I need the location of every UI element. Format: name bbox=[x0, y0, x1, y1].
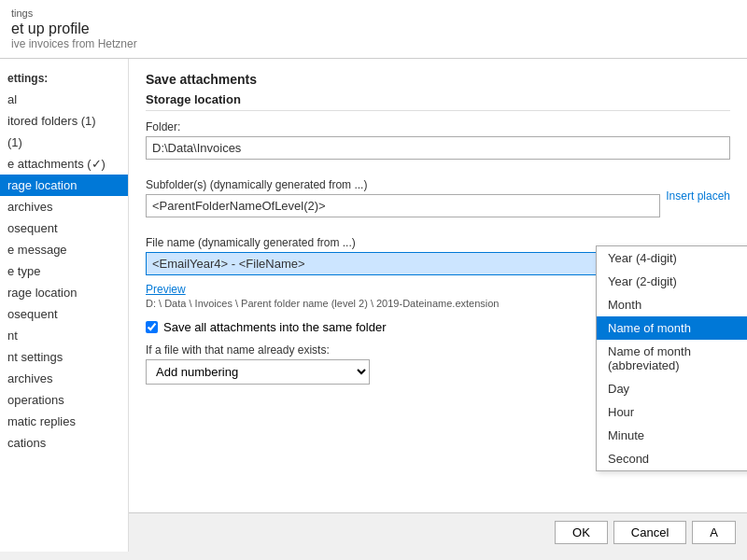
menu1-item-second[interactable]: Second bbox=[597, 447, 747, 470]
sidebar-item-message[interactable]: e message bbox=[0, 239, 128, 260]
insert-placeholder-link-1[interactable]: Insert placeh bbox=[666, 189, 730, 203]
add-numbering-select[interactable]: Add numbering bbox=[146, 359, 370, 385]
sidebar-item-folders-1[interactable]: (1) bbox=[0, 132, 128, 153]
menu1-item-year-2[interactable]: Year (2-digit) bbox=[597, 270, 747, 293]
sidebar-item-storage-location[interactable]: rage location bbox=[0, 175, 128, 196]
cancel-button[interactable]: Cancel bbox=[613, 521, 686, 544]
sidebar: ettings: alitored folders (1)(1)e attach… bbox=[0, 59, 129, 552]
sidebar-item-locations[interactable]: cations bbox=[0, 432, 128, 454]
profile-title: et up profile bbox=[11, 21, 736, 37]
sidebar-item-subsequent-2[interactable]: osequent bbox=[0, 303, 128, 325]
sidebar-item-save-attachments[interactable]: e attachments (✓) bbox=[0, 153, 128, 175]
sidebar-item-archives-2[interactable]: archives bbox=[0, 368, 128, 389]
ok-button[interactable]: OK bbox=[555, 521, 608, 544]
sidebar-item-archives[interactable]: archives bbox=[0, 196, 128, 217]
sidebar-item-monitored-folders[interactable]: itored folders (1) bbox=[0, 110, 128, 132]
content-area: Save attachments Storage location Folder… bbox=[129, 59, 747, 552]
title-bar: tings et up profile ive invoices from He… bbox=[0, 0, 747, 59]
folder-label: Folder: bbox=[146, 120, 730, 133]
dropdown-menu-1: Year (4-digit)Year (2-digit)MonthName of… bbox=[596, 245, 747, 471]
main-area: ettings: alitored folders (1)(1)e attach… bbox=[0, 59, 747, 552]
filename-input[interactable] bbox=[146, 252, 660, 275]
bottom-bar: OK Cancel A bbox=[129, 512, 747, 552]
sidebar-section-title: ettings: bbox=[0, 66, 128, 89]
filename-label: File name (dynamically generated from ..… bbox=[146, 236, 660, 249]
sidebar-item-operations[interactable]: operations bbox=[0, 389, 128, 411]
menu1-item-day[interactable]: Day bbox=[597, 377, 747, 400]
same-folder-label: Save all attachments into the same folde… bbox=[163, 320, 386, 334]
sidebar-item-nt[interactable]: nt bbox=[0, 325, 128, 346]
menu1-item-hour[interactable]: Hour bbox=[597, 400, 747, 424]
profile-sub: ive invoices from Hetzner bbox=[11, 37, 736, 50]
menu1-item-minute[interactable]: Minute bbox=[597, 424, 747, 447]
subfolder-label: Subfolder(s) (dynamically generated from… bbox=[146, 178, 660, 191]
sidebar-item-file-type[interactable]: e type bbox=[0, 260, 128, 282]
subsection-title: Storage location bbox=[146, 92, 730, 111]
apply-button[interactable]: A bbox=[692, 521, 736, 544]
menu1-item-name-of-month[interactable]: Name of month bbox=[597, 316, 747, 340]
menu1-item-month[interactable]: Month bbox=[597, 293, 747, 316]
folder-input[interactable] bbox=[146, 136, 730, 160]
subfolder-input[interactable] bbox=[146, 194, 660, 217]
sidebar-item-nt-settings[interactable]: nt settings bbox=[0, 346, 128, 368]
menu1-item-year-4[interactable]: Year (4-digit) bbox=[597, 246, 747, 270]
sidebar-item-general[interactable]: al bbox=[0, 89, 128, 110]
same-folder-checkbox[interactable] bbox=[146, 321, 158, 333]
dropdown-overlay: Year (4-digit)Year (2-digit)MonthName of… bbox=[596, 245, 747, 471]
app-name: tings bbox=[11, 7, 736, 19]
sidebar-item-automatic-replies[interactable]: matic replies bbox=[0, 411, 128, 432]
section-title: Save attachments bbox=[146, 72, 730, 87]
menu1-item-name-of-month-abbr[interactable]: Name of month (abbreviated) bbox=[597, 340, 747, 377]
sidebar-item-subsequent[interactable]: osequent bbox=[0, 217, 128, 239]
sidebar-item-storage-location-2[interactable]: rage location bbox=[0, 282, 128, 303]
